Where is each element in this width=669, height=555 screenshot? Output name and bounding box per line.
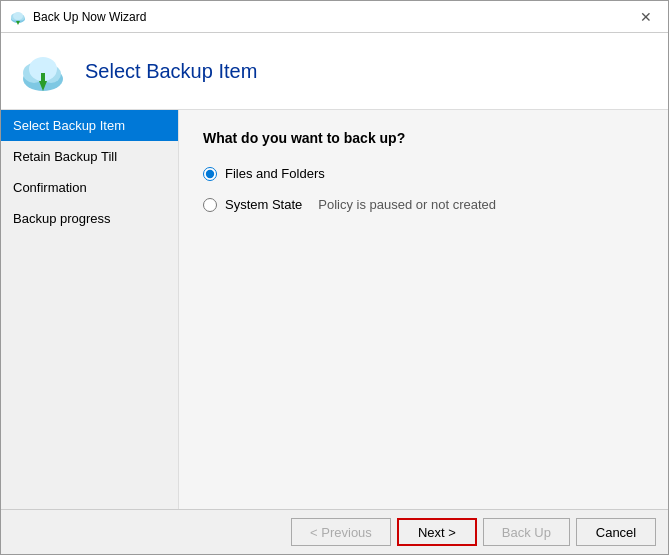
radio-row-files-folders: Files and Folders [203, 166, 644, 181]
radio-files-folders-label[interactable]: Files and Folders [225, 166, 325, 181]
radio-system-state[interactable] [203, 198, 217, 212]
close-button[interactable]: ✕ [632, 6, 660, 28]
window-title: Back Up Now Wizard [33, 10, 632, 24]
cancel-button[interactable]: Cancel [576, 518, 656, 546]
next-button[interactable]: Next > [397, 518, 477, 546]
title-bar: Back Up Now Wizard ✕ [1, 1, 668, 33]
sidebar-item-confirmation[interactable]: Confirmation [1, 172, 178, 203]
header-title: Select Backup Item [85, 60, 257, 83]
system-state-note: Policy is paused or not created [318, 197, 496, 212]
main-window: Back Up Now Wizard ✕ Select Backup Item … [0, 0, 669, 555]
radio-system-state-label[interactable]: System State [225, 197, 302, 212]
sidebar-item-retain-backup-till[interactable]: Retain Backup Till [1, 141, 178, 172]
radio-group: Files and Folders System State Policy is… [203, 166, 644, 212]
content-area: Select Backup Item Retain Backup Till Co… [1, 110, 668, 509]
svg-rect-11 [41, 73, 45, 83]
sidebar-item-select-backup-item[interactable]: Select Backup Item [1, 110, 178, 141]
header-icon [17, 45, 69, 97]
backup-button[interactable]: Back Up [483, 518, 570, 546]
header-area: Select Backup Item [1, 33, 668, 110]
sidebar-item-backup-progress[interactable]: Backup progress [1, 203, 178, 234]
sidebar: Select Backup Item Retain Backup Till Co… [1, 110, 179, 509]
previous-button[interactable]: < Previous [291, 518, 391, 546]
radio-row-system-state: System State Policy is paused or not cre… [203, 197, 644, 212]
svg-point-3 [13, 12, 23, 20]
footer: < Previous Next > Back Up Cancel [1, 509, 668, 554]
svg-rect-5 [17, 21, 19, 23]
radio-files-folders[interactable] [203, 167, 217, 181]
window-icon [9, 8, 27, 26]
main-panel: What do you want to back up? Files and F… [179, 110, 668, 509]
main-question: What do you want to back up? [203, 130, 644, 146]
